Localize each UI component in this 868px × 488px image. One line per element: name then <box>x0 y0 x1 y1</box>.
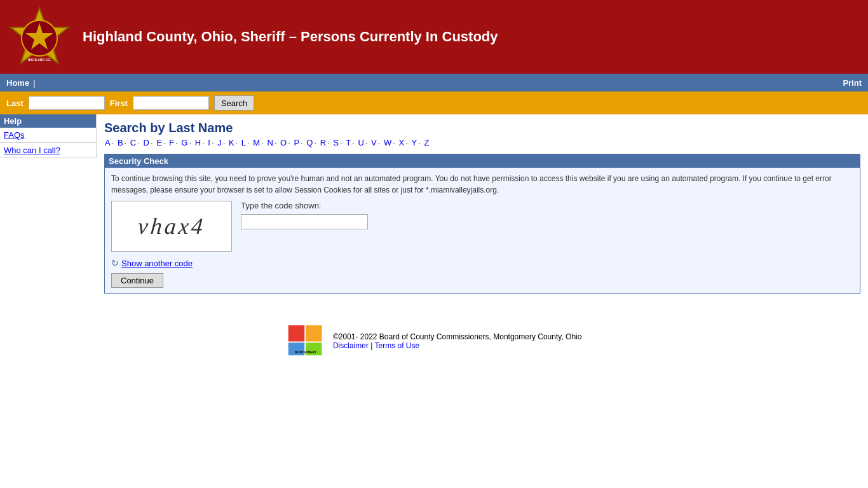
show-another-code-link[interactable]: Show another code <box>121 259 193 268</box>
nav-separator: | <box>33 78 35 88</box>
alpha-X[interactable]: X <box>399 138 405 147</box>
alpha-F[interactable]: F <box>169 138 174 147</box>
continue-button[interactable]: Continue <box>111 273 163 288</box>
navbar-left: Home | <box>6 78 36 88</box>
alpha-Q[interactable]: Q <box>306 138 313 147</box>
alpha-N[interactable]: N <box>267 138 273 147</box>
alpha-Y[interactable]: Y <box>411 138 417 147</box>
content-area: Search by Last Name A· B· C· D· E· F· G·… <box>97 114 868 300</box>
alpha-L[interactable]: L <box>241 138 246 147</box>
terms-of-use-link[interactable]: Terms of Use <box>375 341 420 350</box>
svg-rect-4 <box>288 325 304 341</box>
alpha-P[interactable]: P <box>294 138 299 147</box>
alpha-J[interactable]: J <box>217 138 222 147</box>
sidebar-item-faqs[interactable]: FAQs <box>0 128 96 143</box>
captcha-image: vhax4 <box>111 201 232 252</box>
first-name-label: First <box>110 98 128 108</box>
alpha-Z[interactable]: Z <box>424 138 429 147</box>
alphabet-row: A· B· C· D· E· F· G· H· I· J· K· L· M· N… <box>104 138 860 147</box>
sidebar: Help FAQs Who can I call? <box>0 114 97 158</box>
captcha-input[interactable] <box>241 214 368 229</box>
alpha-I[interactable]: I <box>208 138 210 147</box>
alpha-O[interactable]: O <box>280 138 287 147</box>
alpha-R[interactable]: R <box>320 138 326 147</box>
security-check-header: Security Check <box>105 154 860 168</box>
montgomery-county-logo: MONTGOMERY <box>287 325 325 357</box>
alpha-H[interactable]: H <box>195 138 201 147</box>
show-another-row: ↻ Show another code <box>111 258 853 268</box>
footer-copyright: ©2001- 2022 Board of County Commissioner… <box>333 332 581 341</box>
alpha-E[interactable]: E <box>156 138 162 147</box>
captcha-code-display: vhax4 <box>137 213 207 240</box>
search-by-last-name-heading: Search by Last Name <box>104 121 860 135</box>
footer-links: Disclaimer | Terms of Use <box>333 341 581 350</box>
alpha-B[interactable]: B <box>118 138 123 147</box>
navigation-bar: Home | Print <box>0 74 868 92</box>
svg-text:HIGHLAND CO.: HIGHLAND CO. <box>28 58 51 62</box>
alpha-M[interactable]: M <box>253 138 260 147</box>
sidebar-help-header: Help <box>0 114 96 128</box>
search-button[interactable]: Search <box>214 95 254 111</box>
alpha-K[interactable]: K <box>229 138 234 147</box>
alpha-A[interactable]: A <box>105 138 111 147</box>
alpha-V[interactable]: V <box>371 138 377 147</box>
alpha-G[interactable]: G <box>181 138 187 147</box>
disclaimer-link[interactable]: Disclaimer <box>333 341 369 350</box>
svg-rect-5 <box>306 325 322 341</box>
alpha-U[interactable]: U <box>358 138 363 147</box>
alpha-W[interactable]: W <box>384 138 391 147</box>
alpha-S[interactable]: S <box>333 138 339 147</box>
security-notice-text: To continue browsing this site, you need… <box>111 173 853 196</box>
footer: MONTGOMERY ©2001- 2022 Board of County C… <box>0 319 868 363</box>
captcha-label: Type the code shown: <box>241 201 368 210</box>
footer-text: ©2001- 2022 Board of County Commissioner… <box>333 332 581 350</box>
search-bar: Last First Search <box>0 92 868 114</box>
captcha-input-area: Type the code shown: <box>241 201 368 229</box>
sheriff-badge-logo: HIGHLAND CO. <box>8 5 71 69</box>
refresh-icon: ↻ <box>111 258 119 268</box>
first-name-input[interactable] <box>133 96 209 110</box>
print-link[interactable]: Print <box>843 78 862 88</box>
security-check-box: Security Check To continue browsing this… <box>104 154 860 294</box>
home-link[interactable]: Home <box>6 78 29 88</box>
main-layout: Help FAQs Who can I call? Search by Last… <box>0 114 868 300</box>
page-header: HIGHLAND CO. Highland County, Ohio, Sher… <box>0 0 868 74</box>
last-name-input[interactable] <box>29 96 105 110</box>
alpha-T[interactable]: T <box>346 138 351 147</box>
sidebar-item-who-can-i-call[interactable]: Who can I call? <box>0 143 96 158</box>
page-title: Highland County, Ohio, Sheriff – Persons… <box>83 29 498 45</box>
svg-text:MONTGOMERY: MONTGOMERY <box>295 351 316 354</box>
security-check-body: To continue browsing this site, you need… <box>105 168 860 293</box>
last-name-label: Last <box>6 98 24 108</box>
captcha-row: vhax4 Type the code shown: <box>111 201 853 252</box>
alpha-D[interactable]: D <box>143 138 149 147</box>
alpha-C[interactable]: C <box>130 138 136 147</box>
